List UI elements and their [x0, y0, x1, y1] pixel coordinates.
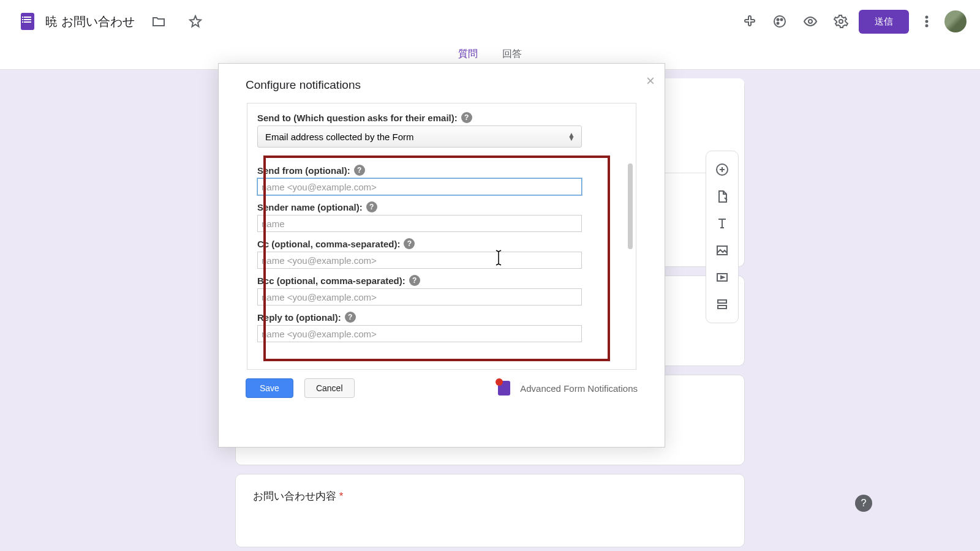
avatar[interactable]: [944, 10, 967, 32]
palette-icon[interactable]: [767, 9, 793, 34]
app-header: 暁 お問い合わせ 送信: [0, 0, 980, 43]
svg-point-1: [777, 19, 779, 21]
svg-rect-13: [718, 305, 726, 309]
svg-point-0: [774, 16, 785, 27]
help-icon[interactable]: ?: [345, 312, 356, 323]
import-question-icon[interactable]: [709, 183, 736, 210]
tab-responses[interactable]: 回答: [500, 43, 524, 66]
preview-icon[interactable]: [797, 9, 823, 34]
help-fab-icon[interactable]: ?: [855, 495, 872, 512]
svg-point-2: [781, 19, 783, 21]
settings-icon[interactable]: [828, 9, 854, 34]
bcc-input[interactable]: [257, 288, 582, 305]
question-card-3[interactable]: お問い合わせ内容 *: [235, 474, 745, 547]
svg-point-6: [926, 17, 928, 18]
forms-addon-icon: [498, 381, 510, 395]
svg-rect-10: [717, 246, 727, 255]
more-icon[interactable]: [914, 9, 940, 34]
help-icon[interactable]: ?: [461, 112, 472, 123]
doc-title[interactable]: 暁 お問い合わせ: [45, 13, 135, 30]
scrollbar[interactable]: [628, 163, 633, 249]
sender-name-label: Sender name (optional):: [257, 202, 363, 212]
help-icon[interactable]: ?: [409, 275, 420, 286]
cancel-button[interactable]: Cancel: [304, 378, 355, 398]
add-section-icon[interactable]: [709, 291, 736, 318]
svg-point-7: [926, 21, 928, 23]
save-button[interactable]: Save: [246, 378, 293, 398]
help-icon[interactable]: ?: [354, 165, 365, 176]
required-mark: *: [339, 490, 344, 502]
add-image-icon[interactable]: [709, 237, 736, 264]
advanced-label: Advanced Form Notifications: [520, 383, 638, 394]
close-icon[interactable]: ×: [646, 72, 655, 89]
help-icon[interactable]: ?: [366, 201, 377, 212]
cc-label: Cc (optional, comma-separated):: [257, 239, 400, 249]
cc-input[interactable]: [257, 252, 582, 269]
send-from-label: Send from (optional):: [257, 165, 350, 176]
chevron-updown-icon: ▲▼: [568, 133, 574, 140]
dialog-title: Configure notifications: [219, 64, 665, 103]
reply-to-label: Reply to (optional):: [257, 312, 341, 323]
configure-notifications-dialog: × Configure notifications Send to (Which…: [218, 63, 665, 448]
svg-point-4: [809, 20, 812, 23]
send-button[interactable]: 送信: [859, 10, 909, 34]
svg-point-5: [839, 20, 843, 23]
forms-logo-icon: [21, 13, 34, 30]
send-to-label: Send to (Which question asks for their e…: [257, 113, 458, 123]
dialog-body: Send to (Which question asks for their e…: [247, 103, 636, 370]
dialog-footer: Save Cancel Advanced Form Notifications: [219, 370, 665, 407]
advanced-link[interactable]: Advanced Form Notifications: [498, 381, 638, 395]
send-to-value: Email address collected by the Form: [265, 132, 414, 142]
svg-point-8: [926, 25, 928, 27]
add-video-icon[interactable]: [709, 264, 736, 291]
svg-rect-12: [718, 300, 726, 303]
form-toolbox: [706, 151, 739, 323]
send-from-input[interactable]: [257, 178, 582, 195]
add-question-icon[interactable]: [709, 156, 736, 183]
sender-name-input[interactable]: [257, 215, 582, 232]
reply-to-input[interactable]: [257, 325, 582, 342]
help-icon[interactable]: ?: [404, 238, 415, 249]
addons-icon[interactable]: [736, 9, 762, 34]
svg-point-3: [777, 23, 779, 24]
star-icon[interactable]: [183, 9, 208, 34]
bcc-label: Bcc (optional, comma-separated):: [257, 276, 405, 286]
q3-title: お問い合わせ内容: [253, 490, 336, 502]
send-to-select[interactable]: Email address collected by the Form ▲▼: [257, 126, 582, 148]
folder-icon[interactable]: [146, 9, 172, 34]
add-title-icon[interactable]: [709, 210, 736, 237]
